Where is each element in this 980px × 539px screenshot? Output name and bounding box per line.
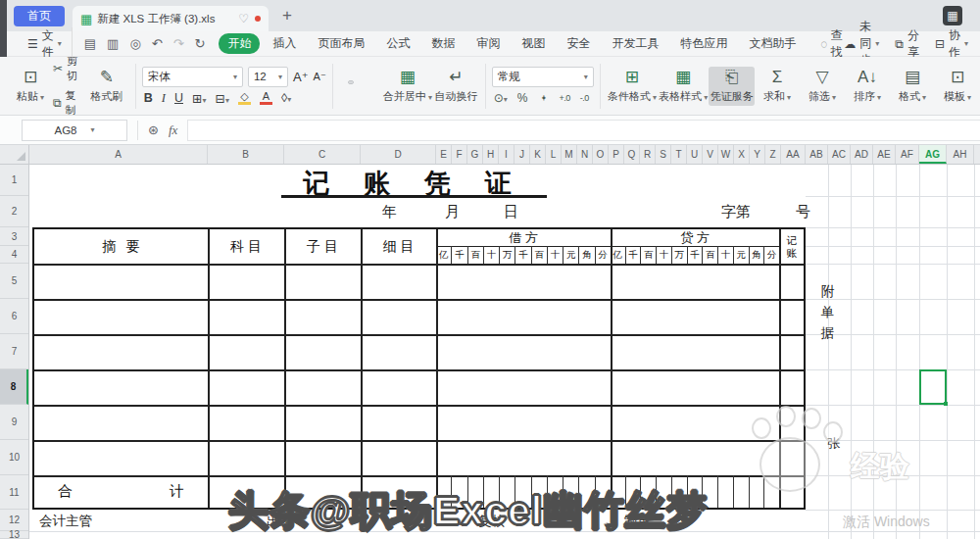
number-format-select[interactable]: 常规▾ [492,67,594,87]
sort-button[interactable]: A↓ 排序 ▾ [845,67,890,106]
cut-button[interactable]: ✂剪切 [53,57,84,83]
collaborate-button[interactable]: ⊟协作▾ [935,27,968,61]
percent-icon[interactable]: % [517,91,528,105]
filter-button[interactable]: ▽ 筛选 ▾ [800,67,845,106]
column-header-AI[interactable]: AI [974,145,980,164]
column-header-F[interactable]: F [452,145,467,164]
increase-decimal-icon[interactable]: +.0 [560,93,570,103]
voucher-service-button[interactable]: ⎗ 凭证服务 [709,67,755,106]
menu-tab-文档助手[interactable]: 文档助手 [740,33,805,54]
row-header-9[interactable]: 9 [0,405,28,440]
column-header-AG[interactable]: AG [919,145,947,164]
align-right-icon[interactable] [359,88,363,90]
menu-tab-页面布局[interactable]: 页面布局 [309,33,373,54]
column-header-A[interactable]: A [29,145,208,164]
column-header-L[interactable]: L [546,145,562,164]
row-header-8[interactable]: 8 [0,369,28,405]
column-header-S[interactable]: S [656,145,671,164]
column-header-AF[interactable]: AF [896,145,919,164]
justify-icon[interactable] [368,88,372,90]
menu-tab-开发工具[interactable]: 开发工具 [603,33,667,54]
share-button[interactable]: ⧉分享 [895,27,919,61]
file-menu[interactable]: ☰ 文件 ▾ [27,27,73,61]
conditional-format-button[interactable]: ⊞ 条件格式 ▾ [607,67,658,106]
export-icon[interactable]: ▥ [107,36,119,51]
italic-button[interactable]: I [162,91,166,106]
clear-format-icon[interactable]: ◊▾ [281,91,291,105]
name-box[interactable]: AG8 ▾ [22,120,127,141]
row-header-10[interactable]: 10 [0,440,28,475]
column-header-AE[interactable]: AE [873,145,896,164]
formula-input[interactable] [187,120,980,141]
row-header-12[interactable]: 12 [0,510,28,531]
redo-icon[interactable]: ↷ [173,36,184,51]
fill-color-icon[interactable]: ◇ [238,91,251,105]
column-header-Q[interactable]: Q [624,145,640,164]
save-icon[interactable]: ▤ [84,36,96,51]
stamp-icon[interactable]: ⊛ [148,122,159,137]
column-header-U[interactable]: U [687,145,703,164]
align-center-icon[interactable] [349,88,353,90]
column-header-N[interactable]: N [577,145,593,164]
menu-tab-视图[interactable]: 视图 [513,33,554,54]
decrease-decimal-icon[interactable]: -.0 [580,93,589,103]
insert-function-icon[interactable]: fx [169,122,177,138]
menu-tab-开始[interactable]: 开始 [219,33,260,54]
align-bottom-icon[interactable] [359,81,363,83]
column-header-E[interactable]: E [436,145,452,164]
decrease-indent-icon[interactable] [368,81,372,83]
menu-tab-安全[interactable]: 安全 [558,33,599,54]
borders-icon[interactable]: ⊞▾ [192,91,207,106]
column-header-V[interactable]: V [703,145,718,164]
column-header-D[interactable]: D [361,145,436,164]
paste-button[interactable]: ⊡ 粘贴 ▾ [8,67,53,106]
new-tab-button[interactable]: + [282,6,292,25]
row-header-5[interactable]: 5 [0,264,28,299]
home-tab-button[interactable]: 首页 [14,6,65,26]
select-all-corner[interactable] [0,145,29,164]
format-painter-button[interactable]: ✎ 格式刷 [84,67,129,106]
document-tab[interactable]: ▦ 新建 XLS 工作簿 (3).xls ♡ [73,6,269,31]
clipped-button[interactable]: ⊡ 模板 ▾ [935,67,980,106]
row-header-13[interactable]: 13 [0,531,28,539]
column-header-B[interactable]: B [208,145,284,164]
column-header-W[interactable]: W [718,145,734,164]
font-name-select[interactable]: 宋体▾ [142,67,243,87]
increase-font-icon[interactable]: A⁺ [293,70,309,84]
column-header-M[interactable]: M [562,145,577,164]
row-header-6[interactable]: 6 [0,299,28,334]
column-header-AB[interactable]: AB [806,145,828,164]
menu-tab-公式[interactable]: 公式 [377,33,418,54]
font-color-icon[interactable]: A [260,91,272,105]
table-style-button[interactable]: ▦ 表格样式 ▾ [658,67,709,106]
thousands-icon[interactable]: ᠂ [538,91,550,105]
column-header-O[interactable]: O [593,145,609,164]
column-header-AH[interactable]: AH [947,145,974,164]
menu-tab-特色应用[interactable]: 特色应用 [671,33,736,54]
column-header-G[interactable]: G [467,145,483,164]
favorite-icon[interactable]: ♡ [238,12,249,25]
wrap-text-button[interactable]: ↵ 自动换行 [433,67,479,106]
autosum-button[interactable]: Σ 求和 ▾ [755,67,800,106]
column-header-C[interactable]: C [284,145,361,164]
print-preview-icon[interactable]: ◎ [129,36,140,51]
menu-tab-插入[interactable]: 插入 [264,33,305,54]
underline-button[interactable]: U [174,91,183,105]
menu-tab-数据[interactable]: 数据 [422,33,464,54]
column-header-P[interactable]: P [609,145,624,164]
column-header-Z[interactable]: Z [765,145,781,164]
column-header-J[interactable]: J [514,145,530,164]
row-header-4[interactable]: 4 [0,246,28,264]
column-header-X[interactable]: X [734,145,750,164]
currency-icon[interactable]: ⊙▾ [494,91,508,105]
bold-button[interactable]: B [144,91,153,105]
copy-button[interactable]: ⧉复制 [53,88,84,116]
selected-cell[interactable] [919,369,947,405]
row-header-1[interactable]: 1 [0,165,28,196]
column-header-AC[interactable]: AC [828,145,851,164]
cell-style-icon[interactable]: ⊟▾ [216,91,230,106]
align-middle-icon[interactable] [349,81,353,83]
ribbon-search[interactable]: ◌ 查找 [820,27,844,61]
undo-icon[interactable]: ↶ [152,36,163,51]
align-left-icon[interactable] [339,88,343,90]
